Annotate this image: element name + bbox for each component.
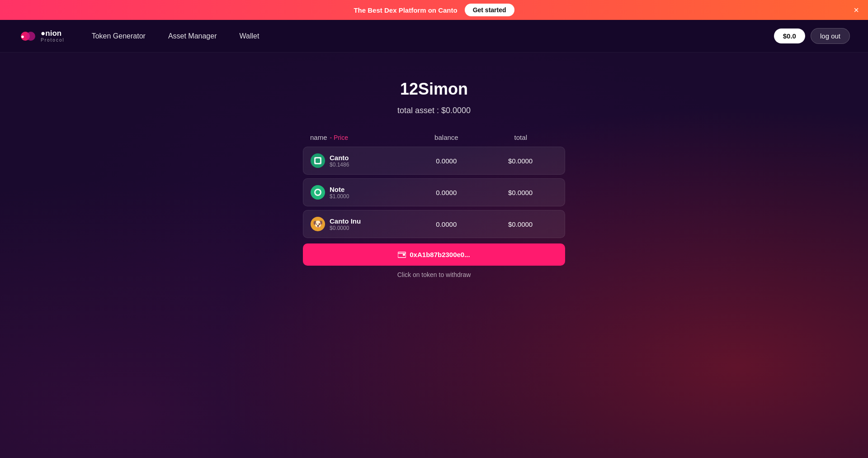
nav-right: $0.0 log out — [774, 28, 850, 44]
wallet-address-button[interactable]: 0xA1b87b2300e0... — [303, 243, 565, 266]
note-icon — [311, 185, 325, 200]
svg-point-6 — [316, 190, 320, 195]
col-balance-header: balance — [409, 134, 483, 141]
total-asset-label: total asset — [397, 106, 434, 115]
announcement-text: The Best Dex Platform on Canto — [354, 6, 457, 14]
svg-rect-8 — [403, 254, 405, 256]
col-total-header: total — [484, 134, 558, 141]
canto-name-block: Canto $0.1486 — [330, 154, 349, 168]
nav-token-generator[interactable]: Token Generator — [92, 32, 146, 40]
canto-inu-icon: 🐶 — [311, 217, 325, 231]
token-info-canto: Canto $0.1486 — [311, 153, 409, 168]
canto-inu-name: Canto Inu — [330, 217, 361, 225]
close-announcement-button[interactable]: × — [854, 5, 859, 14]
nav-asset-manager[interactable]: Asset Manager — [168, 32, 217, 40]
token-row-canto-inu[interactable]: 🐶 Canto Inu $0.0000 0.0000 $0.0000 — [303, 210, 565, 238]
note-name-block: Note $1.0000 — [330, 186, 349, 200]
canto-name: Canto — [330, 154, 349, 162]
canto-inu-price: $0.0000 — [330, 225, 361, 231]
logo[interactable]: ● ●nion Protocol — [18, 26, 65, 46]
wallet-address-text: 0xA1b87b2300e0... — [410, 251, 470, 258]
token-info-canto-inu: 🐶 Canto Inu $0.0000 — [311, 217, 409, 231]
canto-icon — [311, 153, 325, 168]
canto-inu-name-block: Canto Inu $0.0000 — [330, 217, 361, 231]
table-header: name - Price balance total — [303, 134, 565, 147]
canto-price: $0.1486 — [330, 162, 349, 168]
total-asset: total asset : $0.0000 — [397, 106, 471, 115]
canto-total: $0.0000 — [483, 157, 557, 165]
canto-balance: 0.0000 — [409, 157, 483, 165]
note-total: $0.0000 — [483, 189, 557, 196]
col-name-header: name - Price — [310, 134, 409, 141]
announcement-bar: The Best Dex Platform on Canto Get start… — [0, 0, 868, 20]
token-info-note: Note $1.0000 — [311, 185, 409, 200]
svg-text:●: ● — [21, 33, 24, 40]
token-row-note[interactable]: Note $1.0000 0.0000 $0.0000 — [303, 178, 565, 206]
svg-point-1 — [26, 32, 35, 41]
logo-icon: ● — [18, 26, 38, 46]
note-balance: 0.0000 — [409, 189, 483, 196]
wallet-icon — [398, 252, 406, 258]
main-content: 12Simon total asset : $0.0000 name - Pri… — [0, 52, 868, 278]
nav-links: Token Generator Asset Manager Wallet — [92, 32, 774, 40]
wallet-table: name - Price balance total Canto $0.1486… — [303, 134, 565, 242]
username: 12Simon — [400, 80, 468, 99]
canto-inu-total: $0.0000 — [483, 220, 557, 228]
nav-wallet[interactable]: Wallet — [239, 32, 259, 40]
total-asset-value: $0.0000 — [441, 106, 471, 115]
get-started-button[interactable]: Get started — [465, 4, 514, 16]
note-name: Note — [330, 186, 349, 193]
svg-rect-4 — [316, 158, 320, 163]
logout-button[interactable]: log out — [811, 28, 850, 44]
total-asset-separator: : — [437, 106, 441, 115]
navbar: ● ●nion Protocol Token Generator Asset M… — [0, 20, 868, 52]
note-price: $1.0000 — [330, 193, 349, 200]
withdraw-hint: Click on token to withdraw — [397, 271, 471, 278]
token-row-canto[interactable]: Canto $0.1486 0.0000 $0.0000 — [303, 147, 565, 175]
canto-inu-balance: 0.0000 — [409, 220, 483, 228]
balance-button[interactable]: $0.0 — [774, 29, 805, 43]
